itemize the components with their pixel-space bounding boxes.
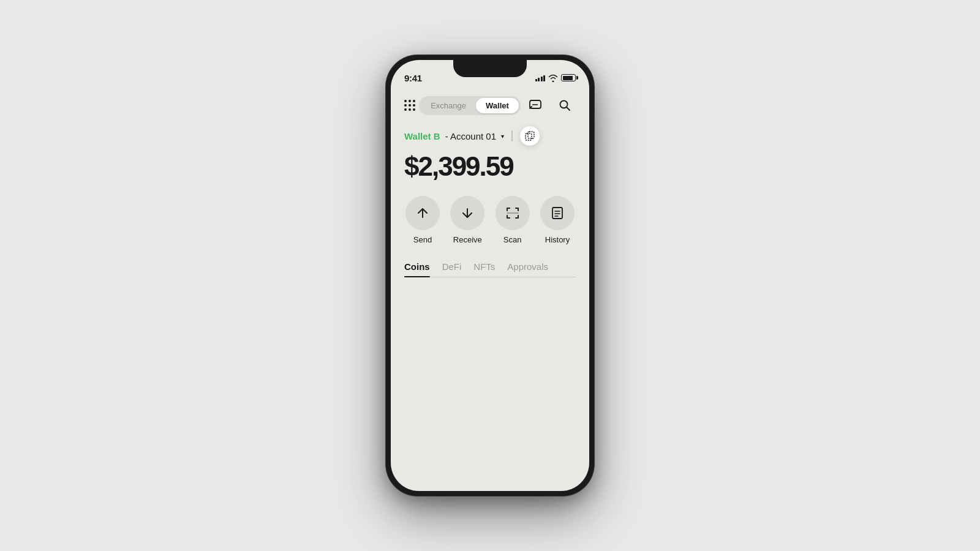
svg-point-1 <box>560 101 567 108</box>
scan-icon <box>505 205 521 221</box>
exchange-tab[interactable]: Exchange <box>421 98 476 113</box>
tab-defi[interactable]: DeFi <box>442 261 462 277</box>
search-icon <box>558 99 571 112</box>
history-label: History <box>545 235 570 244</box>
grid-menu-icon[interactable] <box>404 100 415 111</box>
phone-mockup: 9:41 <box>386 55 594 496</box>
status-time: 9:41 <box>404 73 422 83</box>
scan-label: Scan <box>503 235 522 244</box>
receive-label: Receive <box>453 235 482 244</box>
account-name: - Account 01 <box>445 131 496 141</box>
wallet-info-row: Wallet B - Account 01 ▾ <box>404 126 576 146</box>
search-button[interactable] <box>554 94 576 116</box>
header-right-icons <box>524 94 576 116</box>
svg-rect-5 <box>552 208 562 219</box>
history-circle <box>540 196 575 230</box>
phone-screen: 9:41 <box>391 60 589 491</box>
wallet-name: Wallet B <box>404 131 440 141</box>
history-button[interactable]: History <box>539 196 576 244</box>
scan-circle <box>496 196 530 230</box>
action-buttons-row: Send Receive <box>404 196 576 244</box>
wallet-balance: $2,399.59 <box>404 152 576 181</box>
send-circle <box>405 196 440 230</box>
scan-button[interactable]: Scan <box>494 196 531 244</box>
copy-address-button[interactable] <box>520 126 540 146</box>
receive-icon <box>460 206 475 220</box>
divider <box>511 130 513 141</box>
tab-coins[interactable]: Coins <box>404 261 430 277</box>
send-icon <box>415 206 430 220</box>
tab-nfts[interactable]: NFTs <box>473 261 495 277</box>
messages-button[interactable] <box>524 94 546 116</box>
battery-icon <box>561 74 576 81</box>
tab-approvals[interactable]: Approvals <box>507 261 548 277</box>
receive-circle <box>450 196 484 230</box>
send-label: Send <box>413 235 432 244</box>
history-icon <box>550 206 565 220</box>
message-icon <box>529 99 542 112</box>
screen-content: Exchange Wallet <box>391 87 589 491</box>
account-dropdown-arrow[interactable]: ▾ <box>501 133 504 140</box>
receive-button[interactable]: Receive <box>449 196 486 244</box>
signal-icon <box>535 74 546 81</box>
wifi-icon <box>548 74 558 82</box>
wallet-tab[interactable]: Wallet <box>476 98 519 113</box>
asset-tabs: Coins DeFi NFTs Approvals <box>404 261 576 277</box>
notch <box>453 60 527 77</box>
svg-rect-3 <box>528 132 534 138</box>
status-icons <box>535 74 576 82</box>
copy-icon <box>525 131 535 141</box>
send-button[interactable]: Send <box>404 196 441 244</box>
app-header: Exchange Wallet <box>404 92 576 116</box>
exchange-wallet-switcher: Exchange Wallet <box>419 96 521 115</box>
svg-rect-2 <box>526 133 532 140</box>
